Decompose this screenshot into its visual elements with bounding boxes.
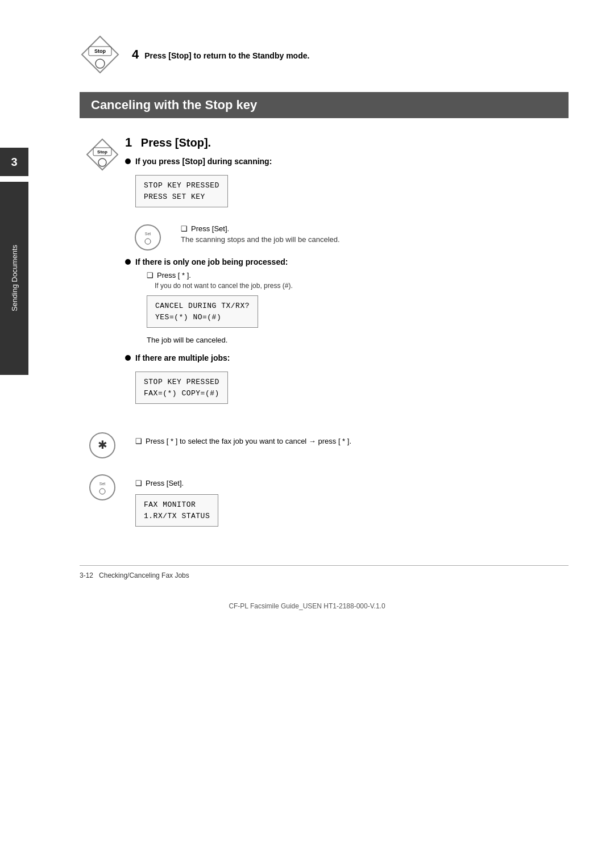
one-job-content: ❑ Press [ * ]. If you do not want to can…	[136, 271, 569, 344]
bullet-multiple-heading: If there are multiple jobs:	[125, 353, 569, 362]
checkbox-press-set-1: ❑ Press [Set].	[181, 224, 569, 233]
job-canceled-text: The job will be canceled.	[147, 336, 569, 344]
page-wrapper: 3 Sending Documents Stop 4Press [Stop] t…	[0, 0, 614, 868]
svg-point-8	[135, 225, 160, 250]
svg-point-7	[98, 158, 106, 166]
bullet-dot-2	[125, 259, 131, 265]
checkbox-desc-1: The scanning stops and the job will be c…	[181, 235, 569, 244]
step1-icon-col: Stop	[80, 135, 125, 172]
side-tab-label: Sending Documents	[10, 245, 19, 311]
star-icon-col: ✱	[80, 429, 125, 460]
svg-text:Set: Set	[145, 232, 151, 236]
footer-page-ref: 3-12 Checking/Canceling Fax Jobs	[80, 571, 189, 579]
star-button-icon: ✱	[88, 431, 117, 460]
set-button-icon-1: Set	[134, 223, 162, 252]
section-heading: Canceling with the Stop key	[80, 92, 569, 118]
step1-label: 1 Press [Stop].	[125, 135, 569, 150]
bullet-dot-3	[125, 355, 131, 361]
svg-text:✱: ✱	[98, 439, 107, 451]
bullet-multiple: If there are multiple jobs: STOP KEY PRE…	[125, 353, 569, 408]
set-button-row-2: Set ❑ Press [Set]. FAX MONITOR 1.RX/TX S…	[80, 471, 569, 531]
step4-text: 4Press [Stop] to return to the Standby m…	[132, 47, 309, 62]
svg-text:Set: Set	[99, 482, 106, 486]
step4-section: Stop 4Press [Stop] to return to the Stan…	[80, 34, 569, 75]
star-button-row: ✱ ❑ Press [ * ] to select the fax job yo…	[80, 429, 569, 460]
lcd-cancel-tx: CANCEL DURING TX/RX? YES=(*) NO=(#)	[147, 295, 258, 328]
stop-button-icon-step1: Stop	[85, 137, 119, 172]
footer: 3-12 Checking/Canceling Fax Jobs	[80, 565, 569, 579]
svg-point-15	[99, 489, 105, 494]
svg-point-10	[145, 239, 151, 244]
lcd-fax-monitor: FAX MONITOR 1.RX/TX STATUS	[135, 494, 218, 527]
set-icon-col-2: Set	[80, 471, 125, 502]
checkbox-press-set-2: ❑ Press [Set].	[135, 479, 569, 487]
set-content-1: ❑ Press [Set]. The scanning stops and th…	[171, 221, 569, 245]
bullet-one-job-heading: If there is only one job being processed…	[125, 257, 569, 266]
main-content: Stop 1 Press [Stop]. If you press [Stop]…	[80, 135, 569, 531]
side-tab-number: 3	[0, 148, 28, 176]
set-button-icon-2: Set	[88, 473, 117, 502]
footer-bottom: CF-PL Facsimile Guide_USEN HT1-2188-000-…	[45, 602, 569, 610]
step1-content: 1 Press [Stop]. If you press [Stop] duri…	[125, 135, 569, 418]
bullet-scanning: If you press [Stop] during scanning: STO…	[125, 157, 569, 212]
lcd-multiple: STOP KEY PRESSED FAX=(*) COPY=(#)	[135, 372, 228, 404]
step1-row: Stop 1 Press [Stop]. If you press [Stop]…	[80, 135, 569, 418]
svg-point-13	[90, 475, 115, 500]
sub-note-1: If you do not want to cancel the job, pr…	[155, 282, 569, 290]
svg-text:Stop: Stop	[97, 149, 107, 155]
bullet-scanning-heading: If you press [Stop] during scanning:	[125, 157, 569, 166]
svg-marker-0	[82, 36, 118, 73]
checkbox-star-select: ❑ Press [ * ] to select the fax job you …	[135, 437, 569, 445]
svg-marker-4	[87, 139, 118, 170]
star-content: ❑ Press [ * ] to select the fax job you …	[125, 429, 569, 448]
stop-button-icon-step4: Stop	[80, 34, 121, 75]
set-icon-row-1: Set ❑ Press [Set]. The scanning stops an…	[125, 221, 569, 252]
svg-text:Stop: Stop	[94, 48, 106, 54]
side-tab: Sending Documents	[0, 182, 28, 375]
svg-point-3	[96, 59, 105, 68]
bullet-one-job: If there is only one job being processed…	[125, 257, 569, 344]
set-content-2: ❑ Press [Set]. FAX MONITOR 1.RX/TX STATU…	[125, 471, 569, 531]
bullet-dot	[125, 158, 131, 164]
lcd-stop-key-pressed: STOP KEY PRESSED PRESS SET KEY	[135, 175, 228, 207]
set-icon-col-1: Set	[125, 221, 171, 252]
checkbox-press-star: ❑ Press [ * ].	[147, 271, 569, 279]
